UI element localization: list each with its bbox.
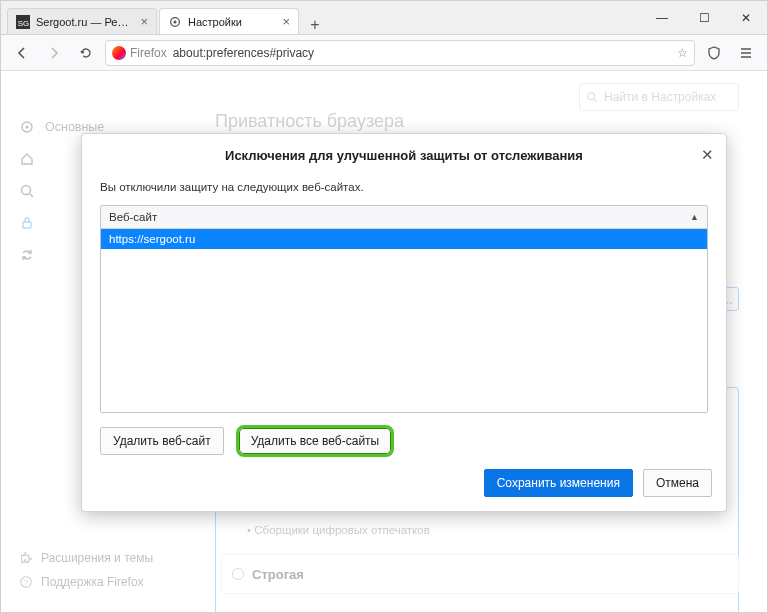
column-label: Веб-сайт	[109, 211, 157, 223]
dialog-actions-left: Удалить веб-сайт Удалить все веб-сайты	[82, 413, 726, 455]
reload-button[interactable]	[73, 40, 99, 66]
minimize-button[interactable]: —	[641, 1, 683, 34]
svg-text:SG: SG	[18, 18, 29, 27]
back-button[interactable]	[9, 40, 35, 66]
content-area: Найти в Настройках Основные Начало Поиск…	[1, 71, 767, 612]
bookmark-icon[interactable]: ☆	[677, 46, 688, 60]
identity-label: Firefox	[130, 46, 167, 60]
tab-sergoot[interactable]: SG Sergoot.ru — Решение ваших… ×	[7, 8, 157, 34]
svg-point-3	[173, 20, 176, 23]
new-tab-button[interactable]: +	[301, 16, 329, 34]
close-button[interactable]: ✕	[725, 1, 767, 34]
maximize-button[interactable]: ☐	[683, 1, 725, 34]
save-button[interactable]: Сохранить изменения	[484, 469, 633, 497]
dialog-actions-right: Сохранить изменения Отмена	[82, 455, 726, 511]
dialog-header: Исключения для улучшенной защиты от отсл…	[82, 134, 726, 171]
site-list: Веб-сайт ▲ https://sergoot.ru	[100, 205, 708, 413]
dialog-title: Исключения для улучшенной защиты от отсл…	[98, 148, 710, 163]
forward-button[interactable]	[41, 40, 67, 66]
menu-icon[interactable]	[733, 40, 759, 66]
list-body[interactable]: https://sergoot.ru	[101, 229, 707, 412]
sort-icon[interactable]: ▲	[690, 212, 699, 222]
tab-settings[interactable]: Настройки ×	[159, 8, 299, 34]
remove-all-sites-button[interactable]: Удалить все веб-сайты	[238, 427, 393, 455]
url-text: about:preferences#privacy	[173, 46, 314, 60]
remove-site-button[interactable]: Удалить веб-сайт	[100, 427, 224, 455]
tab-strip: SG Sergoot.ru — Решение ваших… × Настрой…	[1, 1, 641, 34]
gear-icon	[168, 15, 182, 29]
tab-label: Sergoot.ru — Решение ваших…	[36, 16, 134, 28]
window-controls: — ☐ ✕	[641, 1, 767, 34]
identity-box[interactable]: Firefox	[112, 46, 167, 60]
close-icon[interactable]: ×	[282, 14, 290, 29]
protections-icon[interactable]	[701, 40, 727, 66]
dialog-subtitle: Вы отключили защиту на следующих веб-сай…	[82, 171, 726, 199]
navbar: Firefox about:preferences#privacy ☆	[1, 35, 767, 71]
favicon-sg: SG	[16, 15, 30, 29]
tab-label: Настройки	[188, 16, 276, 28]
titlebar: SG Sergoot.ru — Решение ваших… × Настрой…	[1, 1, 767, 35]
cancel-button[interactable]: Отмена	[643, 469, 712, 497]
close-icon[interactable]: ×	[140, 14, 148, 29]
close-icon[interactable]: ✕	[701, 146, 714, 164]
exceptions-dialog: Исключения для улучшенной защиты от отсл…	[81, 133, 727, 512]
browser-window: SG Sergoot.ru — Решение ваших… × Настрой…	[0, 0, 768, 613]
firefox-icon	[112, 46, 126, 60]
column-header[interactable]: Веб-сайт ▲	[101, 206, 707, 229]
list-item[interactable]: https://sergoot.ru	[101, 229, 707, 249]
url-bar[interactable]: Firefox about:preferences#privacy ☆	[105, 40, 695, 66]
